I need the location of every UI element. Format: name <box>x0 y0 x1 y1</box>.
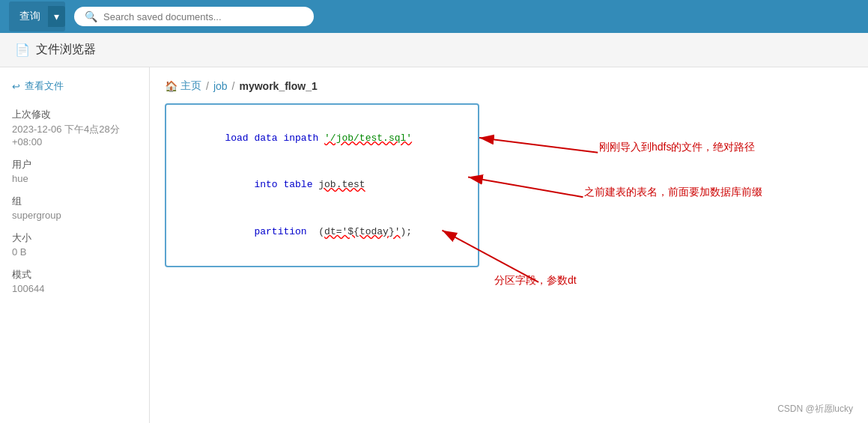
code-line-1: load data inpath '/job/test.sql' <box>178 115 466 162</box>
home-icon: 🏠 <box>165 80 177 92</box>
size-label: 大小 <box>12 231 137 245</box>
breadcrumb-home-label: 主页 <box>180 79 201 93</box>
metadata-user: 用户 hue <box>12 158 137 184</box>
section-header: 📄 文件浏览器 <box>0 33 868 67</box>
back-link[interactable]: ↩ 查看文件 <box>12 79 137 93</box>
query-button[interactable]: 查询 ▾ <box>9 1 65 31</box>
breadcrumb-home[interactable]: 🏠 主页 <box>165 79 201 93</box>
search-input[interactable] <box>103 11 303 22</box>
query-label: 查询 <box>19 10 40 23</box>
mode-value: 100644 <box>12 283 137 294</box>
section-title: 文件浏览器 <box>36 42 96 58</box>
back-arrow-icon: ↩ <box>12 81 20 92</box>
code-line-3: partition (dt='${today}'); <box>178 209 466 255</box>
breadcrumb-sep-2: / <box>232 80 235 92</box>
modified-value: 2023-12-06 下午4点28分 +08:00 <box>12 123 137 147</box>
annotation-label-1: 刚刚导入到hdfs的文件，绝对路径 <box>599 141 755 154</box>
annotation-label-3: 分区字段，参数dt <box>494 274 577 287</box>
user-label: 用户 <box>12 158 137 171</box>
file-browser-icon: 📄 <box>15 43 30 57</box>
svg-line-1 <box>479 138 598 153</box>
annotation-label-2: 之前建表的表名，前面要加数据库前缀 <box>584 186 762 199</box>
breadcrumb-job[interactable]: job <box>213 80 228 92</box>
back-link-label: 查看文件 <box>25 79 64 93</box>
svg-line-2 <box>468 177 583 197</box>
metadata-size: 大小 0 B <box>12 231 137 258</box>
group-value: supergroup <box>12 210 137 221</box>
right-panel: 🏠 主页 / job / mywork_flow_1 load data inp… <box>150 67 868 423</box>
metadata-mode: 模式 100644 <box>12 268 137 294</box>
sidebar: ↩ 查看文件 上次修改 2023-12-06 下午4点28分 +08:00 用户… <box>0 67 150 423</box>
code-line-2: into table job.test <box>178 162 466 208</box>
breadcrumb-current: mywork_flow_1 <box>239 80 317 92</box>
mode-label: 模式 <box>12 268 137 282</box>
main-content: ↩ 查看文件 上次修改 2023-12-06 下午4点28分 +08:00 用户… <box>0 67 868 423</box>
breadcrumb: 🏠 主页 / job / mywork_flow_1 <box>165 79 853 93</box>
metadata-modified: 上次修改 2023-12-06 下午4点28分 +08:00 <box>12 108 137 147</box>
metadata-group: 组 supergroup <box>12 195 137 221</box>
group-label: 组 <box>12 195 137 208</box>
topbar: 查询 ▾ 🔍 <box>0 0 868 33</box>
search-icon: 🔍 <box>85 10 97 22</box>
size-value: 0 B <box>12 246 137 258</box>
search-box: 🔍 <box>74 7 314 26</box>
modified-label: 上次修改 <box>12 108 137 121</box>
breadcrumb-sep-1: / <box>206 80 209 92</box>
query-dropdown-arrow[interactable]: ▾ <box>48 6 65 27</box>
user-value: hue <box>12 173 137 184</box>
code-editor[interactable]: load data inpath '/job/test.sql' into ta… <box>165 103 479 267</box>
watermark: CSDN @祈愿lucky <box>777 403 853 416</box>
